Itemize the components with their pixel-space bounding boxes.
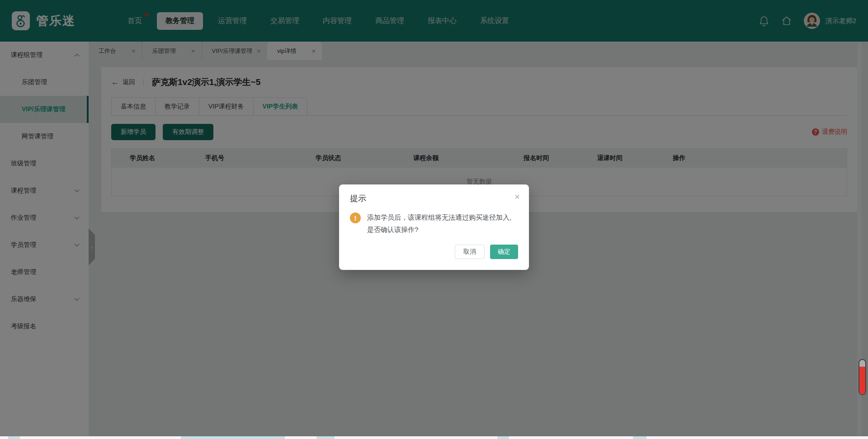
warning-icon: ! [350,212,361,223]
app-root: 管乐迷 首页 教务管理 运营管理 交易管理 内容管理 商品管理 报表中心 [0,0,868,439]
cancel-button[interactable]: 取消 [455,245,485,259]
close-icon[interactable]: × [514,192,520,201]
confirm-button[interactable]: 确定 [490,245,518,259]
dialog-title: 提示 [350,194,366,203]
bottom-edge-strip [0,436,868,439]
dialog-body: ! 添加学员后，该课程组将无法通过购买途径加入,是否确认该操作? [339,207,529,236]
scroll-indicator-widget[interactable] [859,359,866,395]
scroll-indicator-fill [859,367,865,394]
dialog-message: 添加学员后，该课程组将无法通过购买途径加入,是否确认该操作? [367,211,517,236]
dialog-footer: 取消 确定 [339,236,529,261]
dialog-header: 提示 × [339,184,529,207]
confirm-dialog: 提示 × ! 添加学员后，该课程组将无法通过购买途径加入,是否确认该操作? 取消… [339,184,529,270]
